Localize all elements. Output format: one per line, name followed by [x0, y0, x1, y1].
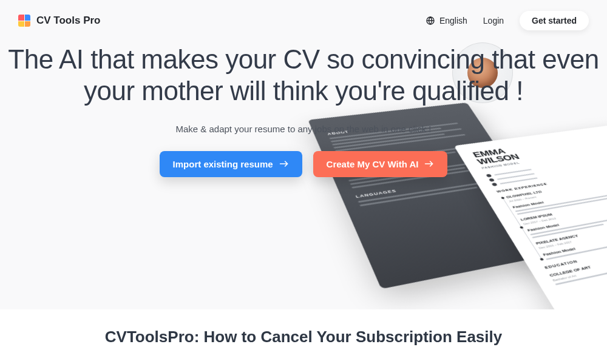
- create-cv-ai-button[interactable]: Create My CV With AI: [313, 151, 448, 177]
- page-caption: CVToolsPro: How to Cancel Your Subscript…: [0, 309, 607, 346]
- hero-content: The AI that makes your CV so convincing …: [0, 36, 607, 177]
- hero-subline: Make & adapt your resume to any jobs on …: [6, 124, 601, 134]
- language-selector[interactable]: English: [426, 16, 467, 25]
- arrow-right-icon: [279, 160, 289, 167]
- language-label: English: [439, 16, 467, 25]
- hero-area: ABOUT LINKS REFERENCES LANGUAGES EMMA WI…: [0, 0, 607, 309]
- login-link[interactable]: Login: [483, 16, 504, 25]
- top-nav: CV Tools Pro English Login Get started: [0, 0, 607, 36]
- hero-headline: The AI that makes your CV so convincing …: [6, 44, 601, 107]
- cv-job-dates: Jul 2020 – Present: [508, 177, 607, 203]
- cv-job-company: PIXELATE AGENCY: [535, 214, 607, 246]
- cv-job-dates: Dec 2016 – Feb 2017: [538, 218, 607, 249]
- create-button-label: Create My CV With AI: [327, 159, 419, 169]
- import-resume-button[interactable]: Import existing resume: [160, 151, 302, 177]
- cv-edu-school: COLLEGE OF ART: [549, 240, 607, 277]
- get-started-button[interactable]: Get started: [520, 11, 589, 30]
- cv-edu-degree: Bachelor of Art: [552, 246, 607, 282]
- cta-row: Import existing resume Create My CV With…: [6, 151, 601, 177]
- cv-job-title: Fashion Model: [512, 181, 607, 209]
- cv-timeline: GLOWPIXEL LTD Jul 2020 – Present Fashion…: [500, 172, 607, 261]
- brand-name: CV Tools Pro: [36, 15, 100, 27]
- nav-right: English Login Get started: [426, 11, 589, 30]
- cv-job-title: Fashion Model: [526, 202, 607, 232]
- cv-job-company: LOREM IPSUM: [520, 192, 607, 221]
- import-button-label: Import existing resume: [173, 159, 273, 169]
- cv-section-education: EDUCATION: [544, 234, 607, 270]
- cv-job-title: Fashion Model: [542, 223, 607, 257]
- logo-icon: [18, 15, 30, 27]
- arrow-right-icon: [424, 160, 434, 167]
- cv-job-dates: Dec 2017 – Dec 2019: [523, 197, 607, 225]
- globe-icon: [426, 16, 435, 25]
